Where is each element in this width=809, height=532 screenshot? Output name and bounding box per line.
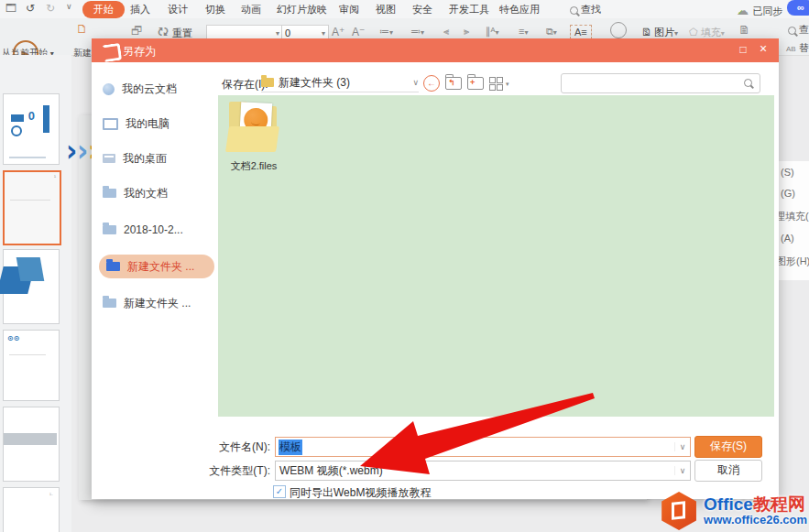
cancel-button[interactable]: 取消	[694, 460, 762, 482]
tab-animation[interactable]: 动画	[241, 3, 261, 16]
dialog-search-input[interactable]	[561, 73, 760, 93]
bullet-list-icon[interactable]: ≔▾	[379, 26, 393, 38]
menu-fragment[interactable]: 图形(H)	[778, 255, 809, 268]
back-button[interactable]: ←	[423, 75, 440, 92]
slide-thumb-4[interactable]: ⊙⊙	[3, 330, 60, 401]
nav-label: 新建文件夹 ...	[127, 259, 194, 275]
tab-transition[interactable]: 切换	[205, 3, 225, 16]
tab-insert[interactable]: 插入	[130, 3, 150, 16]
dialog-titlebar[interactable]: 另存为 □ ×	[92, 38, 779, 62]
app-window: 🗔 ↺ ↻ ∨ 开始 插入 设计 切换 动画 幻灯片放映 审阅 视图 安全 开发…	[0, 0, 809, 532]
file-list-area[interactable]: 文档2.files	[218, 95, 774, 417]
slide-thumb-2-selected[interactable]: ¹	[3, 170, 61, 245]
nav-my-computer[interactable]: 我的电脑	[103, 112, 207, 136]
menu-fragment[interactable]: (G)	[781, 188, 795, 199]
nav-my-cloud-docs[interactable]: 我的云文档	[103, 77, 207, 101]
tab-review[interactable]: 审阅	[339, 3, 359, 16]
numbered-list-icon[interactable]: ≕▾	[410, 26, 424, 38]
folder-icon	[103, 189, 116, 198]
customize-quickbar-icon[interactable]: ∨	[66, 2, 72, 11]
fill-button[interactable]: ⬠ 填充▾	[689, 26, 725, 39]
thumb-line	[9, 157, 46, 158]
preview-icon[interactable]: 🗔	[5, 2, 16, 15]
export-doc-icon[interactable]: 🗎	[738, 23, 750, 37]
save-in-combo[interactable]: 新建文件夹 (3) ∨	[261, 73, 419, 92]
nav-new-folder-2[interactable]: 新建文件夹 ...	[103, 291, 207, 315]
nav-my-desktop[interactable]: 我的桌面	[103, 147, 207, 170]
tab-view[interactable]: 视图	[376, 3, 396, 16]
thumb-chart-dot	[11, 125, 22, 136]
thumb-line	[10, 200, 50, 201]
computer-icon	[103, 118, 118, 130]
save-button[interactable]: 保存(S)	[694, 436, 762, 458]
plus-glyph: +	[470, 78, 475, 87]
file-type-combo[interactable]: WEBM 视频(*.webm) ∨	[275, 461, 691, 481]
wps-logo-icon	[102, 43, 122, 63]
new-slide-icon[interactable]: 🗋	[76, 22, 88, 36]
textbox-icon[interactable]: A≡	[570, 25, 592, 39]
find-button[interactable]: 查	[788, 23, 809, 37]
replace-button[interactable]: AB 替	[786, 41, 809, 55]
tab-design[interactable]: 设计	[168, 3, 188, 16]
tab-security[interactable]: 安全	[412, 3, 432, 16]
align-icon[interactable]: ≡▾	[519, 26, 528, 37]
thumb-mini-text: ¹·	[49, 492, 53, 497]
redo-icon[interactable]: ↻	[46, 2, 55, 15]
tab-devtools[interactable]: 开发工具	[449, 3, 489, 16]
nav-my-documents[interactable]: 我的文档	[103, 181, 207, 205]
file-name-combo[interactable]: 模板 ∨	[275, 437, 691, 457]
slide-thumbnail-panel: 0 ¹ ⊙⊙ ¹·	[0, 55, 71, 532]
picture-button[interactable]: 🖻 图片▾	[641, 26, 678, 39]
save-as-dialog: 另存为 □ × 我的云文档 我的电脑 我的桌面 我的文档 2018-10-2..…	[92, 38, 779, 499]
slide-thumb-3[interactable]	[3, 249, 60, 324]
decrease-font-icon[interactable]: A⁻	[352, 26, 365, 38]
slide-thumb-5[interactable]	[3, 407, 60, 482]
text-direction-icon[interactable]: ⧉▾	[546, 26, 557, 38]
up-folder-button[interactable]: ↰	[445, 77, 462, 90]
watermark: Office教程网 www.office26.com	[660, 492, 807, 530]
slide-thumb-1[interactable]: 0	[3, 93, 60, 165]
new-folder-button[interactable]: +	[467, 77, 484, 90]
view-mode-button[interactable]	[489, 77, 501, 89]
text-columns-icon[interactable]: ∥ᴬ▾	[486, 26, 499, 38]
undo-icon[interactable]: ↺	[26, 2, 35, 15]
member-badge[interactable]: ∞	[787, 0, 809, 16]
find-tab[interactable]: 查找	[570, 3, 601, 16]
thumb-logo-marks: ⊙⊙	[7, 334, 19, 342]
file-tile[interactable]: 文档2.files	[222, 97, 286, 185]
menu-fragment[interactable]: (S)	[781, 167, 794, 178]
thumb-grey-bar	[4, 433, 57, 445]
tab-special-apps[interactable]: 特色应用	[499, 3, 540, 16]
slide-layout-icon[interactable]: 🗗	[131, 24, 143, 38]
watermark-url: www.office26.com	[704, 514, 807, 527]
slide-thumb-6[interactable]: ¹·	[3, 487, 60, 532]
nav-label: 2018-10-2...	[124, 223, 183, 236]
nav-folder-2018[interactable]: 2018-10-2...	[103, 218, 207, 242]
menu-fragment[interactable]: 理填充(	[778, 210, 809, 223]
increase-font-icon[interactable]: A⁺	[332, 26, 344, 38]
decrease-indent-icon[interactable]: ⫷	[443, 26, 449, 38]
close-button[interactable]: ×	[755, 41, 771, 56]
export-tutorial-checkbox[interactable]: ✓	[273, 485, 286, 498]
file-type-label: 文件类型(T):	[183, 463, 270, 479]
chevron-down-icon: ∨	[674, 466, 690, 475]
menu-fragment[interactable]: (A)	[781, 233, 794, 244]
sync-status[interactable]: ☁✓ 已同步	[737, 2, 782, 18]
maximize-button[interactable]: □	[735, 43, 751, 56]
reset-icon[interactable]: 🗘	[158, 26, 169, 38]
chevron-down-icon: ∨	[674, 442, 690, 451]
grid-cell	[489, 77, 496, 83]
shape-icon[interactable]	[610, 22, 627, 38]
desktop-icon	[103, 154, 115, 163]
watermark-text: Office教程网 www.office26.com	[704, 495, 807, 527]
chevron-decor-lightblue: ›	[77, 131, 88, 168]
chevron-down-icon: ∨	[412, 78, 419, 87]
tab-home[interactable]: 开始	[82, 1, 125, 18]
nav-label: 我的文档	[124, 186, 168, 201]
nav-new-folder-selected[interactable]: 新建文件夹 ...	[99, 255, 214, 278]
view-mode-dropdown-icon[interactable]: ▾	[506, 81, 509, 88]
chevron-decor-blue: ›	[66, 131, 77, 168]
dropdown-icon: ▾	[322, 29, 325, 38]
tab-slideshow[interactable]: 幻灯片放映	[277, 3, 327, 16]
increase-indent-icon[interactable]: ⫸	[464, 26, 469, 38]
